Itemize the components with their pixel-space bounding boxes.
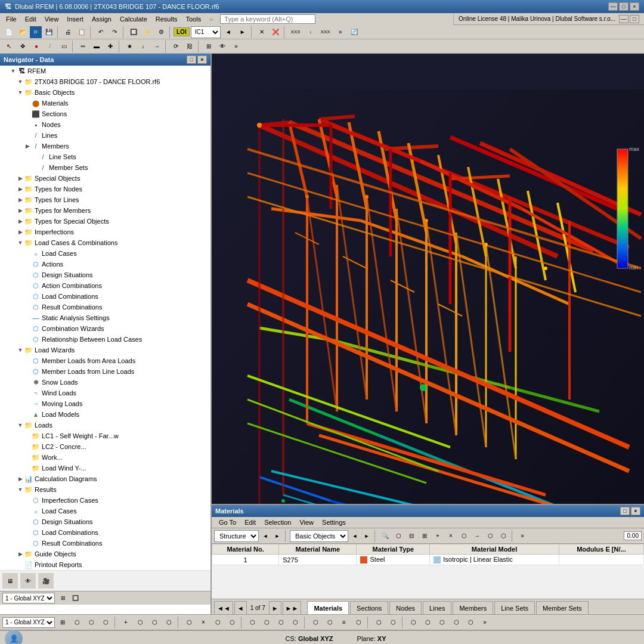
tree-item-ds-res[interactable]: ⬡ Design Situations bbox=[0, 516, 210, 527]
bottom-btn8[interactable]: ⬡ bbox=[162, 616, 175, 629]
typeslines-toggle[interactable]: ▶ bbox=[17, 196, 24, 203]
tab-nodes[interactable]: Nodes bbox=[389, 601, 422, 614]
bottom-btn19[interactable]: ≡ bbox=[338, 616, 351, 629]
bottom-btn17[interactable]: ⬡ bbox=[309, 616, 322, 629]
lcc-toggle[interactable]: ▼ bbox=[17, 239, 24, 246]
mat-next-page[interactable]: ► bbox=[269, 601, 281, 614]
results-toggle[interactable]: ▼ bbox=[17, 486, 24, 493]
calcdiag-toggle[interactable]: ▶ bbox=[17, 475, 24, 482]
mat-filter-btn[interactable]: ⬡ bbox=[392, 530, 404, 542]
viewport[interactable]: max min Materials □ × Go To Edit Selecti… bbox=[212, 54, 644, 614]
typesnodes-toggle[interactable]: ▶ bbox=[17, 185, 24, 193]
navigator-content[interactable]: ▼ 🏗 RFEM ▼ 📁 2TX043 BRIDGE 107 - DANCE F… bbox=[0, 66, 210, 614]
tb2-more[interactable]: » bbox=[230, 40, 243, 53]
bottom-btn13[interactable]: ⬡ bbox=[246, 616, 259, 629]
tb2-beam[interactable]: ▬ bbox=[90, 40, 103, 53]
tree-item-snow[interactable]: ❄ Snow Loads bbox=[0, 377, 210, 388]
tb2-select[interactable]: ↖ bbox=[2, 40, 16, 53]
menu-insert[interactable]: Insert bbox=[63, 14, 87, 24]
mat-close-btn[interactable]: × bbox=[631, 507, 640, 515]
tree-item-wind[interactable]: ~ Wind Loads bbox=[0, 388, 210, 398]
mat-prev-page[interactable]: ◄ bbox=[234, 601, 247, 614]
imperf-toggle[interactable]: ▶ bbox=[17, 228, 24, 236]
tab-materials[interactable]: Materials bbox=[307, 601, 349, 614]
menu-assign[interactable]: Assign bbox=[88, 14, 115, 24]
mat-basicobj-dropdown[interactable]: Basic Objects bbox=[290, 530, 348, 542]
bottom-btn28[interactable]: » bbox=[478, 616, 491, 629]
bottom-btn20[interactable]: ⬡ bbox=[352, 616, 365, 629]
tree-item-members[interactable]: ▶ / Members bbox=[0, 141, 210, 151]
tb-snap[interactable]: 🔲 bbox=[127, 26, 140, 39]
nav-coord-select[interactable]: 1 - Global XYZ bbox=[2, 593, 55, 603]
mat-del-btn[interactable]: × bbox=[445, 530, 457, 542]
tree-item-types-special[interactable]: ▶ 📁 Types for Special Objects bbox=[0, 216, 210, 227]
materials-panel-controls[interactable]: □ × bbox=[620, 507, 640, 515]
nav-restore-btn[interactable]: □ bbox=[187, 55, 196, 64]
tb2-eye[interactable]: 👁 bbox=[216, 40, 229, 53]
tb-print[interactable]: 🖨 bbox=[61, 26, 75, 39]
tree-item-imperfections[interactable]: ▶ 📁 Imperfections bbox=[0, 227, 210, 237]
members-toggle[interactable]: ▶ bbox=[24, 143, 31, 150]
tb2-spring[interactable]: ⟳ bbox=[169, 40, 182, 53]
tree-item-work[interactable]: 📁 Work... bbox=[0, 452, 210, 463]
mat-add-btn[interactable]: + bbox=[432, 530, 444, 542]
tree-item-lc1[interactable]: 📁 LC1 - Self Weight - Far...w bbox=[0, 431, 210, 441]
bottom-btn24[interactable]: ⬡ bbox=[421, 616, 434, 629]
mat-prev-btn[interactable]: ◄ bbox=[260, 531, 271, 541]
nav-status-btn1[interactable]: ⊞ bbox=[57, 593, 69, 603]
bottom-btn1[interactable]: ⊞ bbox=[56, 616, 69, 629]
bottom-btn21[interactable]: ⬡ bbox=[372, 616, 385, 629]
lw-toggle[interactable]: ▼ bbox=[17, 346, 24, 354]
tree-item-basic-objects[interactable]: ▼ 📁 Basic Objects bbox=[0, 87, 210, 98]
tb-redo[interactable]: ↷ bbox=[108, 26, 121, 39]
mat-menu-settings[interactable]: Settings bbox=[318, 518, 349, 527]
nav-status-btn2[interactable]: 🔲 bbox=[69, 593, 81, 603]
bottom-btn22[interactable]: ⬡ bbox=[386, 616, 400, 629]
tree-item-lc-comb-res[interactable]: ⬡ Load Combinations bbox=[0, 527, 210, 538]
tree-item-design-sit[interactable]: ⬡ Design Situations bbox=[0, 270, 210, 280]
tree-item-load-models[interactable]: ▲ Load Models bbox=[0, 409, 210, 420]
tab-line-sets[interactable]: Line Sets bbox=[494, 601, 535, 614]
project-toggle[interactable]: ▼ bbox=[17, 78, 24, 85]
mat-restore-btn[interactable]: □ bbox=[620, 507, 630, 515]
bottom-btn5[interactable]: + bbox=[119, 616, 132, 629]
tree-item-printout[interactable]: 📄 Printout Reports bbox=[0, 559, 210, 570]
menu-edit[interactable]: Edit bbox=[21, 14, 40, 24]
nav-btn-video[interactable]: 🎥 bbox=[38, 573, 54, 589]
tb2-line[interactable]: / bbox=[44, 40, 57, 53]
tb-calc[interactable]: ⚡ bbox=[141, 26, 154, 39]
tree-item-guide-obj[interactable]: ▶ 📁 Guide Objects bbox=[0, 549, 210, 559]
typesspecial-toggle[interactable]: ▶ bbox=[17, 218, 24, 225]
typesmembers-toggle[interactable]: ▶ bbox=[17, 207, 24, 214]
mat-row-1[interactable]: 1 S275 Steel Isotropic | Linear Elastic bbox=[212, 555, 644, 565]
tree-item-sections[interactable]: ⬛ Sections bbox=[0, 109, 210, 119]
tree-item-materials[interactable]: ⬤ Materials bbox=[0, 98, 210, 109]
materials-bottom-tabs[interactable]: ◄◄ ◄ 1 of 7 ► ►► Materials Sections Node… bbox=[212, 599, 644, 614]
menu-results[interactable]: Results bbox=[152, 14, 181, 24]
mat-first-page[interactable]: ◄◄ bbox=[214, 601, 233, 614]
bottom-btn12[interactable]: ⬡ bbox=[225, 616, 239, 629]
tree-item-lc2[interactable]: 📁 LC2 - Concre... bbox=[0, 441, 210, 452]
tree-item-lines[interactable]: / Lines bbox=[0, 130, 210, 141]
tb-dlubal[interactable]: D bbox=[30, 26, 42, 38]
tb2-load[interactable]: ↓ bbox=[137, 40, 150, 53]
tree-item-loadcases-comb[interactable]: ▼ 📁 Load Cases & Combinations bbox=[0, 237, 210, 248]
tb2-move[interactable]: ✥ bbox=[16, 40, 29, 53]
minimize-button[interactable]: — bbox=[608, 2, 618, 11]
menu-view[interactable]: View bbox=[41, 14, 63, 24]
tb-xxx2[interactable]: XXX bbox=[318, 26, 333, 39]
tb-undo[interactable]: ↶ bbox=[94, 26, 107, 39]
special-toggle[interactable]: ▶ bbox=[17, 175, 24, 182]
bottom-btn15[interactable]: ⬡ bbox=[274, 616, 287, 629]
bottom-btn10[interactable]: × bbox=[197, 616, 210, 629]
tb2-surf[interactable]: ▭ bbox=[57, 40, 70, 53]
mat-structure-dropdown[interactable]: Structure bbox=[214, 530, 259, 542]
tree-item-load-comb[interactable]: ⬡ Load Combinations bbox=[0, 291, 210, 302]
bottom-btn4[interactable]: ⬡ bbox=[99, 616, 112, 629]
tab-member-sets[interactable]: Member Sets bbox=[536, 601, 588, 614]
tree-item-static[interactable]: — Static Analysis Settings bbox=[0, 312, 210, 323]
tree-item-load-wizards[interactable]: ▼ 📁 Load Wizards bbox=[0, 345, 210, 355]
bottom-btn18[interactable]: ⬡ bbox=[323, 616, 336, 629]
mat-menu-view[interactable]: View bbox=[296, 518, 317, 527]
tb-save[interactable]: 💾 bbox=[42, 26, 55, 39]
